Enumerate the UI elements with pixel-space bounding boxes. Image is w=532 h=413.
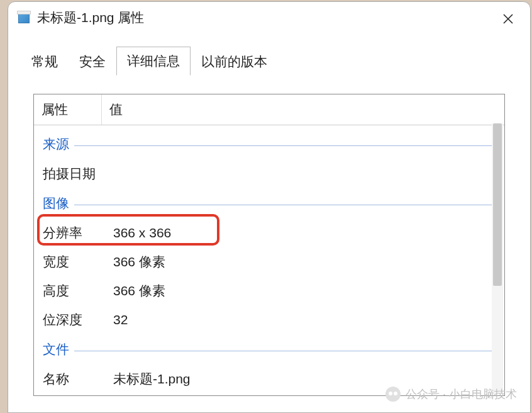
section-file: 文件 [34,334,504,365]
tab-details[interactable]: 详细信息 [116,47,191,76]
property-name: 宽度 [43,253,113,271]
column-header-property[interactable]: 属性 [34,94,102,125]
details-header: 属性 值 [34,94,504,125]
section-label: 图像 [43,195,69,212]
close-icon [502,13,514,25]
window-title: 未标题-1.png 属性 [37,9,144,26]
wechat-icon [385,387,401,402]
section-divider [74,205,496,205]
tab-security[interactable]: 安全 [69,47,116,76]
property-name: 高度 [43,282,113,300]
section-label: 文件 [43,341,69,358]
tab-bar: 常规 安全 详细信息 以前的版本 [8,48,530,75]
watermark: 公众号 · 小白电脑技术 [385,387,517,402]
details-panel: 属性 值 来源 拍摄日期 图像 分辨率 366 x 3 [33,94,505,396]
tab-general[interactable]: 常规 [21,47,69,76]
section-divider [74,351,496,351]
scrollbar-thumb[interactable] [493,123,502,286]
property-value: 366 像素 [113,253,496,271]
details-list: 来源 拍摄日期 图像 分辨率 366 x 366 宽度 366 [34,125,504,396]
column-header-value[interactable]: 值 [102,94,504,125]
close-button[interactable] [497,8,519,30]
tab-previous-versions[interactable]: 以前的版本 [191,47,278,76]
section-image: 图像 [34,188,504,218]
file-icon [18,12,30,23]
property-row[interactable]: 宽度 366 像素 [34,247,504,276]
properties-dialog: 未标题-1.png 属性 常规 安全 详细信息 以前的版本 属性 值 来源 [8,1,531,413]
property-row[interactable]: 位深度 32 [34,305,504,334]
property-name: 拍摄日期 [43,165,113,183]
property-value: 32 [113,312,496,327]
section-label: 来源 [43,135,69,153]
property-row[interactable]: 高度 366 像素 [34,276,504,305]
scrollbar[interactable] [492,123,503,394]
watermark-text: 公众号 · 小白电脑技术 [406,387,517,402]
property-row[interactable]: 拍摄日期 [34,159,504,188]
property-value: 未标题-1.png [113,370,496,388]
property-name: 位深度 [43,311,113,329]
section-divider [74,145,496,146]
property-value: 366 像素 [113,282,496,300]
content-area: 属性 值 来源 拍摄日期 图像 分辨率 366 x 3 [21,75,518,396]
property-name: 名称 [43,370,113,388]
property-value: 366 x 366 [113,225,496,240]
property-name: 分辨率 [43,224,113,242]
section-source: 来源 [34,129,504,159]
titlebar: 未标题-1.png 属性 [8,2,530,33]
property-row[interactable]: 分辨率 366 x 366 [34,218,504,247]
